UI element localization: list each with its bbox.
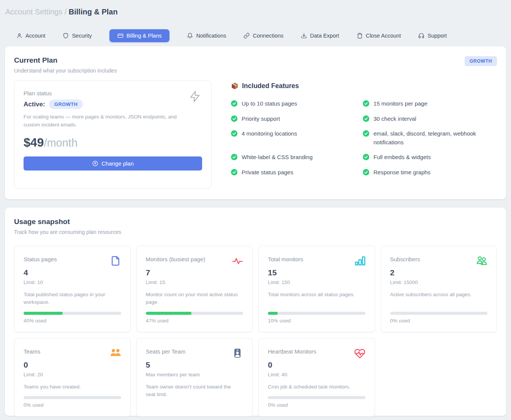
feature-label: 15 monitors per page: [373, 99, 427, 108]
usage-value: 5: [146, 360, 244, 369]
price-amount: $49: [24, 136, 44, 150]
usage-card-subscribers: Subscribers 2 Limit: 15000 Active subscr…: [381, 246, 497, 332]
settings-tab-bar: Account Security Billing & Plans Notific…: [16, 29, 506, 42]
usage-card-title: Seats per Team: [146, 347, 186, 355]
tab-close-account[interactable]: Close Account: [357, 29, 401, 42]
tab-data-export[interactable]: Data Export: [301, 29, 339, 42]
package-icon: [231, 82, 239, 90]
feature-item: Response time graphs: [363, 168, 497, 177]
usage-card-title: Status pages: [24, 255, 57, 262]
usage-description: Monitor count on your most active status…: [146, 291, 244, 306]
current-plan-panel: Current Plan Understand what your subscr…: [5, 46, 506, 199]
check-circle-icon: [231, 115, 237, 122]
link-icon: [244, 33, 250, 39]
progress-bar: [146, 312, 244, 315]
tab-label: Account: [25, 33, 45, 39]
file-icon: [110, 255, 121, 267]
shield-icon: [63, 33, 69, 39]
bell-icon: [187, 33, 193, 39]
usage-limit: Limit: 15: [146, 279, 244, 285]
feature-label: Up to 10 status pages: [242, 99, 297, 108]
usage-subtitle: Track how you are consuming plan resourc…: [14, 229, 497, 235]
plan-status-card: Plan status Active: GROWTH For scaling t…: [14, 81, 212, 188]
usage-description: Cron job & scheduled task monitors.: [268, 383, 365, 391]
usage-limit: Max members per team: [146, 372, 244, 377]
usage-percent-label: 0% used: [390, 318, 488, 324]
usage-card-total-monitors: Total monitors 15 Limit: 150 Total monit…: [258, 246, 375, 332]
credit-card-icon: [117, 33, 123, 39]
feature-label: email, slack, discord, telegram, webhook…: [373, 129, 486, 147]
change-plan-button[interactable]: Change plan: [24, 156, 202, 171]
usage-card-title: Heartbeat Monitors: [268, 347, 316, 355]
tab-label: Notifications: [196, 33, 226, 39]
headset-icon: [418, 33, 424, 39]
progress-bar: [268, 312, 365, 315]
download-icon: [301, 33, 307, 39]
usage-limit: Limit: 40: [268, 372, 365, 377]
feature-item: Private status pages: [231, 168, 363, 177]
usage-value: 2: [390, 268, 488, 277]
lightning-icon: [189, 90, 201, 104]
change-plan-label: Change plan: [101, 160, 134, 167]
features-title: Included Features: [242, 82, 299, 90]
breadcrumb-section[interactable]: Account Settings /: [5, 8, 66, 16]
activity-icon: [232, 255, 243, 267]
usage-percent-label: 10% used: [268, 318, 365, 324]
usage-percent-label: 40% used: [24, 318, 121, 324]
check-circle-icon: [363, 100, 369, 107]
price-period: /month: [44, 137, 78, 149]
check-circle-icon: [231, 130, 237, 137]
tab-label: Close Account: [366, 33, 401, 39]
tab-support[interactable]: Support: [418, 29, 447, 42]
feature-item: 4 monitoring locations: [231, 129, 363, 147]
check-circle-icon: [363, 115, 369, 122]
trash-icon: [357, 33, 363, 39]
tab-account[interactable]: Account: [16, 29, 45, 42]
usage-snapshot-panel: Usage snapshot Track how you are consumi…: [5, 208, 506, 416]
users-outline-icon: [476, 255, 487, 267]
feature-item: 30 check interval: [363, 115, 497, 123]
usage-card-seats-per-team: Seats per Team 5 Max members per team Te…: [136, 338, 253, 417]
tab-label: Connections: [253, 33, 283, 39]
feature-item: 15 monitors per page: [363, 99, 497, 108]
check-circle-icon: [363, 130, 369, 137]
feature-label: 30 check interval: [373, 115, 416, 123]
tab-billing-plans[interactable]: Billing & Plans: [109, 29, 170, 42]
tab-security[interactable]: Security: [63, 29, 92, 42]
check-circle-icon: [231, 169, 237, 175]
usage-value: 0: [24, 360, 121, 369]
contact-card-icon: [232, 347, 243, 359]
usage-percent-label: 0% used: [268, 402, 365, 408]
usage-description: Teams you have created.: [24, 383, 121, 391]
plan-tier-pill: GROWTH: [49, 99, 83, 109]
usage-card-title: Monitors (busiest page): [146, 255, 206, 262]
tab-connections[interactable]: Connections: [244, 29, 283, 42]
usage-card-heartbeat-monitors: Heartbeat Monitors 0 Limit: 40 Cron job …: [258, 338, 375, 417]
usage-card-monitors-busiest: Monitors (busiest page) 7 Limit: 15 Moni…: [136, 246, 253, 332]
plan-status-label: Plan status: [24, 90, 202, 96]
feature-label: Private status pages: [242, 168, 293, 177]
usage-description: Active subscribers across all pages.: [390, 291, 488, 298]
plan-description: For scaling teams — more pages & monitor…: [24, 113, 179, 129]
page-title: Billing & Plan: [69, 8, 118, 16]
usage-value: 0: [268, 360, 365, 369]
usage-percent-label: 0% used: [24, 402, 121, 408]
breadcrumb: Account Settings / Billing & Plan: [5, 5, 506, 16]
usage-card-teams: Teams 0 Limit: 20 Teams you have created…: [14, 338, 131, 417]
tab-label: Billing & Plans: [127, 33, 162, 39]
usage-value: 15: [268, 268, 365, 277]
feature-item: email, slack, discord, telegram, webhook…: [363, 129, 497, 147]
tab-notifications[interactable]: Notifications: [187, 29, 226, 42]
feature-label: Priority support: [242, 115, 280, 123]
tab-label: Data Export: [310, 33, 339, 39]
check-circle-icon: [231, 100, 237, 107]
check-circle-icon: [231, 154, 237, 160]
included-features: Included Features Up to 10 status pages …: [231, 81, 497, 188]
feature-label: 4 monitoring locations: [242, 129, 297, 138]
tab-label: Support: [427, 33, 447, 39]
usage-limit: Limit: 150: [268, 279, 365, 285]
check-circle-icon: [363, 154, 369, 160]
upgrade-circle-arrow-icon: [92, 160, 98, 167]
feature-label: Full embeds & widgets: [373, 153, 431, 162]
person-icon: [16, 33, 22, 39]
